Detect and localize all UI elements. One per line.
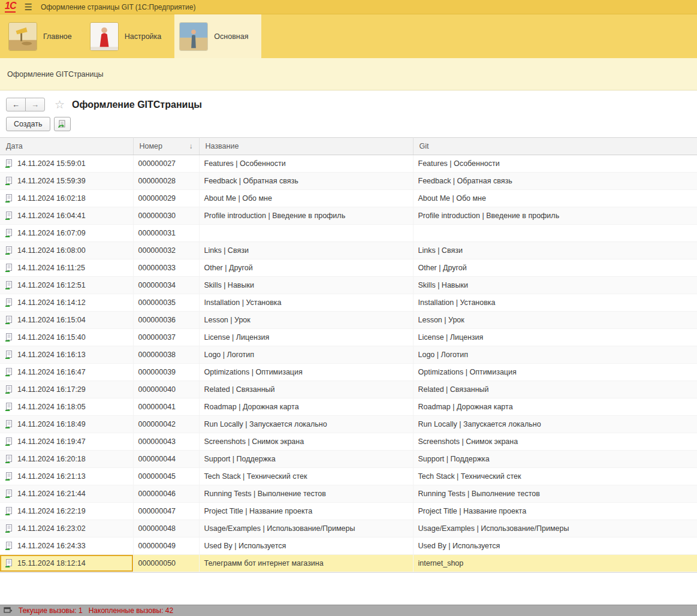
cell-name[interactable]: About Me | Обо мне [199, 190, 413, 207]
table-row[interactable]: 15.11.2024 18:12:14 000000050 Телеграмм … [0, 555, 697, 572]
table-row[interactable]: 14.11.2024 16:18:05 000000041 Roadmap | … [0, 398, 697, 416]
create-by-copy-button[interactable] [54, 117, 71, 131]
cell-name[interactable]: License | Лицензия [199, 329, 413, 346]
cell-number[interactable]: 000000047 [133, 503, 199, 520]
cell-git[interactable]: Logo | Логотип [413, 346, 697, 364]
cell-number[interactable]: 000000038 [133, 346, 199, 364]
table-row[interactable]: 14.11.2024 16:24:33 000000049 Used By | … [0, 538, 697, 555]
table-row[interactable]: 14.11.2024 16:07:09 000000031 [0, 225, 697, 242]
cell-git[interactable]: Support | Поддержка [413, 451, 697, 468]
cell-git[interactable]: Usage/Examples | Использование/Примеры [413, 520, 697, 538]
cell-number[interactable]: 000000031 [133, 225, 199, 242]
cell-git[interactable]: Installation | Установка [413, 294, 697, 312]
table-row[interactable]: 14.11.2024 16:11:25 000000033 Other | Др… [0, 259, 697, 277]
cell-date[interactable]: 14.11.2024 16:04:41 [0, 207, 133, 225]
cell-name[interactable]: Skills | Навыки [199, 277, 413, 294]
cell-name[interactable]: Project Title | Название проекта [199, 503, 413, 520]
table-row[interactable]: 14.11.2024 15:59:39 000000028 Feedback |… [0, 173, 697, 190]
cell-git[interactable]: Features | Особенности [413, 155, 697, 173]
cell-date[interactable]: 14.11.2024 16:19:47 [0, 433, 133, 451]
table-row[interactable]: 14.11.2024 16:19:47 000000043 Screenshot… [0, 433, 697, 451]
table-row[interactable]: 14.11.2024 16:14:12 000000035 Installati… [0, 294, 697, 312]
cell-number[interactable]: 000000028 [133, 173, 199, 190]
cell-name[interactable]: Lesson | Урок [199, 312, 413, 329]
cell-git[interactable]: Roadmap | Дорожная карта [413, 398, 697, 416]
cell-name[interactable]: Screenshots | Снимок экрана [199, 433, 413, 451]
cell-git[interactable]: Tech Stack | Технический стек [413, 468, 697, 485]
cell-date[interactable]: 14.11.2024 16:22:19 [0, 503, 133, 520]
tab-glavnoe[interactable]: Главное [4, 14, 85, 58]
cell-name[interactable]: Run Locally | Запускается локально [199, 416, 413, 433]
cell-date[interactable]: 14.11.2024 16:16:13 [0, 346, 133, 364]
cell-date[interactable]: 14.11.2024 16:18:49 [0, 416, 133, 433]
cell-git[interactable] [413, 225, 697, 242]
cell-number[interactable]: 000000027 [133, 155, 199, 173]
cell-date[interactable]: 14.11.2024 16:16:47 [0, 364, 133, 381]
cell-name[interactable]: Features | Особенности [199, 155, 413, 173]
cell-name[interactable] [199, 225, 413, 242]
cell-number[interactable]: 000000037 [133, 329, 199, 346]
back-button[interactable]: ← [6, 98, 26, 111]
cell-date[interactable]: 14.11.2024 16:14:12 [0, 294, 133, 312]
cell-git[interactable]: Running Tests | Выполнение тестов [413, 485, 697, 503]
cell-number[interactable]: 000000042 [133, 416, 199, 433]
tab-nastroyka[interactable]: Настройка [85, 14, 175, 58]
cell-date[interactable]: 14.11.2024 16:02:18 [0, 190, 133, 207]
cell-number[interactable]: 000000040 [133, 381, 199, 398]
cell-number[interactable]: 000000041 [133, 398, 199, 416]
create-button[interactable]: Создать [6, 117, 50, 131]
table-row[interactable]: 14.11.2024 16:04:41 000000030 Profile in… [0, 207, 697, 225]
cell-git[interactable]: Optimizations | Оптимизация [413, 364, 697, 381]
cell-name[interactable]: Used By | Используется [199, 538, 413, 555]
table-row[interactable]: 14.11.2024 16:20:18 000000044 Support | … [0, 451, 697, 468]
cell-git[interactable]: Project Title | Название проекта [413, 503, 697, 520]
cell-date[interactable]: 14.11.2024 16:15:40 [0, 329, 133, 346]
cell-name[interactable]: Profile introduction | Введение в профил… [199, 207, 413, 225]
cell-number[interactable]: 000000045 [133, 468, 199, 485]
cell-date[interactable]: 14.11.2024 16:18:05 [0, 398, 133, 416]
table-row[interactable]: 14.11.2024 16:08:00 000000032 Links | Св… [0, 242, 697, 259]
cell-number[interactable]: 000000049 [133, 538, 199, 555]
cell-number[interactable]: 000000046 [133, 485, 199, 503]
cell-date[interactable]: 15.11.2024 18:12:14 [0, 555, 133, 572]
table-row[interactable]: 14.11.2024 16:15:40 000000037 License | … [0, 329, 697, 346]
cell-name[interactable]: Logo | Логотип [199, 346, 413, 364]
table-row[interactable]: 14.11.2024 16:02:18 000000029 About Me |… [0, 190, 697, 207]
main-menu-icon[interactable]: ☰ [24, 2, 32, 11]
cell-date[interactable]: 14.11.2024 16:21:13 [0, 468, 133, 485]
cell-number[interactable]: 000000035 [133, 294, 199, 312]
column-header-git[interactable]: Git [413, 138, 697, 155]
cell-date[interactable]: 14.11.2024 15:59:01 [0, 155, 133, 173]
cell-name[interactable]: Feedback | Обратная связь [199, 173, 413, 190]
cell-number[interactable]: 000000048 [133, 520, 199, 538]
column-header-date[interactable]: Дата [0, 138, 133, 155]
cell-name[interactable]: Roadmap | Дорожная карта [199, 398, 413, 416]
cell-git[interactable]: Profile introduction | Введение в профил… [413, 207, 697, 225]
cell-git[interactable]: Screenshots | Снимок экрана [413, 433, 697, 451]
cell-date[interactable]: 14.11.2024 16:17:29 [0, 381, 133, 398]
cell-date[interactable]: 14.11.2024 16:11:25 [0, 259, 133, 277]
favorite-star-icon[interactable]: ☆ [55, 98, 65, 111]
forward-button[interactable]: → [25, 98, 45, 111]
cell-git[interactable]: Links | Связи [413, 242, 697, 259]
cell-date[interactable]: 14.11.2024 16:20:18 [0, 451, 133, 468]
table-row[interactable]: 14.11.2024 16:21:44 000000046 Running Te… [0, 485, 697, 503]
cell-date[interactable]: 14.11.2024 16:15:04 [0, 312, 133, 329]
cell-name[interactable]: Other | Другой [199, 259, 413, 277]
table-row[interactable]: 14.11.2024 16:17:29 000000040 Related | … [0, 381, 697, 398]
cell-git[interactable]: Related | Связанный [413, 381, 697, 398]
cell-date[interactable]: 14.11.2024 16:21:44 [0, 485, 133, 503]
cell-number[interactable]: 000000033 [133, 259, 199, 277]
cell-name[interactable]: Телеграмм бот интернет магазина [199, 555, 413, 572]
cell-number[interactable]: 000000043 [133, 433, 199, 451]
table-row[interactable]: 14.11.2024 16:16:47 000000039 Optimizati… [0, 364, 697, 381]
cell-date[interactable]: 14.11.2024 16:24:33 [0, 538, 133, 555]
column-header-number[interactable]: Номер ↓ [133, 138, 199, 155]
cell-number[interactable]: 000000029 [133, 190, 199, 207]
cell-number[interactable]: 000000030 [133, 207, 199, 225]
table-row[interactable]: 14.11.2024 16:18:49 000000042 Run Locall… [0, 416, 697, 433]
cell-git[interactable]: About Me | Обо мне [413, 190, 697, 207]
cell-name[interactable]: Running Tests | Выполнение тестов [199, 485, 413, 503]
cell-date[interactable]: 14.11.2024 16:23:02 [0, 520, 133, 538]
cell-git[interactable]: Skills | Навыки [413, 277, 697, 294]
